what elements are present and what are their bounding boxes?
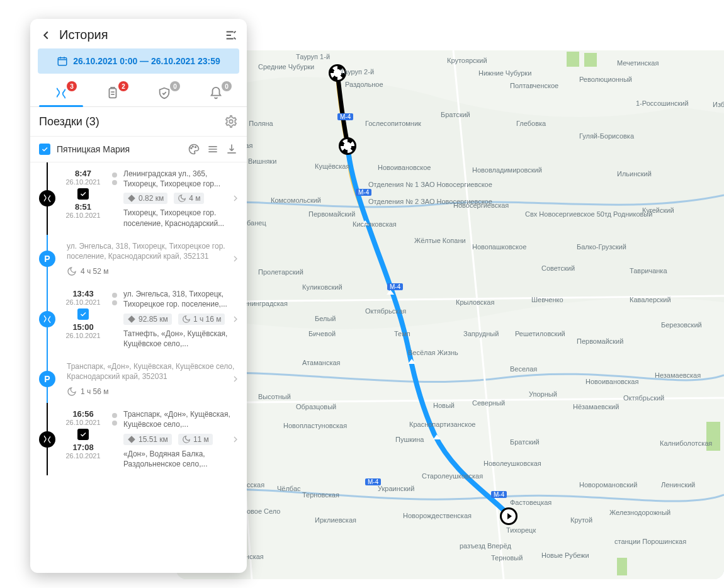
user-checkbox[interactable] [39, 144, 50, 155]
svg-rect-4 [617, 558, 627, 575]
tabs: 3 2 0 0 [30, 80, 247, 107]
download-icon [225, 143, 238, 155]
trip-checkbox[interactable] [77, 188, 89, 200]
history-panel: История 26.10.2021 0:00 — 26.10.2021 23:… [30, 19, 247, 573]
trip-end-time: 17:08 [60, 443, 106, 452]
tab-reports[interactable]: 2 [87, 80, 139, 106]
route-icon [42, 193, 52, 203]
gear-icon [224, 115, 238, 128]
section-head: Поездки (3) [30, 107, 247, 137]
svg-point-11 [229, 120, 233, 123]
trip-start-time: 13:43 [60, 289, 106, 298]
trip-distance: 0.82 км [123, 193, 167, 204]
trip-checkbox[interactable] [77, 429, 89, 440]
list-icon [206, 143, 219, 155]
map-marker-start[interactable] [500, 507, 518, 525]
download-button[interactable] [225, 143, 238, 155]
stop-item[interactable]: P ул. Энгельса, 318, Тихорецк, Тихорецко… [30, 235, 247, 283]
parking-node-icon: P [39, 251, 55, 267]
check-icon [41, 145, 48, 153]
clipboard-icon [106, 86, 120, 100]
trip-end-date: 26.10.2021 [60, 452, 106, 460]
check-icon [79, 310, 87, 318]
trip-start-time: 16:56 [60, 409, 106, 419]
map-marker-end-2[interactable] [339, 137, 356, 155]
trip-node-icon [39, 431, 55, 448]
trip-end-addr: Татнефть, «Дон», Кущёвская, Кущёвское се… [123, 329, 239, 349]
trip-start-addr: Ленинградская ул., 365, Тихорецк, Тихоре… [123, 169, 239, 189]
trip-end-time: 15:00 [60, 322, 106, 332]
tab-violations[interactable]: 0 [139, 80, 190, 106]
chevron-right-icon [230, 434, 240, 444]
trip-duration: 4 м [174, 193, 204, 204]
user-name: Пятницкая Мария [57, 144, 181, 154]
palette-button[interactable] [188, 143, 200, 155]
route-icon [42, 314, 52, 324]
trip-dots [111, 169, 118, 186]
filter-button[interactable] [224, 28, 238, 42]
map-marker-end-1[interactable] [329, 64, 346, 82]
chevron-right-icon [230, 374, 240, 384]
back-button[interactable] [39, 28, 53, 42]
svg-point-14 [195, 147, 196, 148]
trip-checkbox[interactable] [77, 308, 89, 320]
panel-header: История [30, 19, 247, 48]
svg-point-12 [191, 148, 192, 149]
trip-duration: 11 м [178, 434, 213, 445]
trip-item[interactable]: 8:47 26.10.2021 8:51 26.10.2021 Ленингра… [30, 162, 247, 235]
trip-item[interactable]: 13:43 26.10.2021 15:00 26.10.2021 ул. Эн… [30, 283, 247, 355]
svg-rect-10 [110, 89, 116, 98]
trip-start-addr: Транспарк, «Дон», Кущёвская, Кущёвское с… [123, 409, 239, 429]
stop-item[interactable]: P Транспарк, «Дон», Кущёвская, Кущёвское… [30, 355, 247, 403]
moon-icon [67, 387, 77, 397]
calendar-icon [57, 55, 68, 67]
chevron-right-icon [230, 254, 240, 264]
trip-start-time-col: 8:47 26.10.2021 8:51 26.10.2021 [60, 169, 106, 219]
settings-button[interactable] [224, 115, 238, 128]
trip-end-addr: «Дон», Водяная Балка, Раздольненское сел… [123, 449, 239, 469]
trip-end-date: 26.10.2021 [60, 332, 106, 339]
trip-start-time: 8:47 [60, 169, 106, 178]
trip-item[interactable]: 16:56 26.10.2021 17:08 26.10.2021 Трансп… [30, 403, 247, 475]
bell-icon [209, 86, 223, 100]
tab-reports-badge: 2 [118, 81, 128, 91]
moon-icon [182, 435, 191, 444]
trip-distance: 15.51 км [123, 434, 172, 445]
svg-rect-3 [706, 422, 720, 451]
shield-icon [157, 86, 171, 100]
section-title: Поездки (3) [39, 115, 224, 128]
map-area[interactable]: КрасныйСредние ЧубуркиТауруп 1-йТауруп 2… [176, 50, 724, 579]
tab-alerts-badge: 0 [222, 81, 232, 91]
trip-list[interactable]: 8:47 26.10.2021 8:51 26.10.2021 Ленингра… [30, 162, 247, 573]
direction-icon [127, 194, 136, 203]
check-icon [79, 190, 87, 198]
check-icon [79, 431, 87, 438]
moon-icon [178, 194, 186, 203]
tab-trips[interactable]: 3 [35, 80, 87, 106]
trip-end-addr: Тихорецк, Тихорецкое гор. поселение, Кра… [123, 208, 239, 228]
tab-trips-badge: 3 [67, 81, 77, 91]
user-row: Пятницкая Мария [30, 137, 247, 162]
list-button[interactable] [206, 143, 219, 155]
palette-icon [188, 143, 200, 155]
svg-rect-9 [58, 58, 67, 65]
trip-start-addr: ул. Энгельса, 318, Тихорецк, Тихорецкое … [123, 289, 239, 309]
stop-addr: ул. Энгельса, 318, Тихорецк, Тихорецкое … [67, 241, 239, 261]
trip-distance: 92.85 км [123, 314, 172, 325]
svg-point-13 [193, 146, 194, 147]
direction-icon [127, 435, 136, 444]
trip-start-time-col: 16:56 26.10.2021 17:08 26.10.2021 [60, 409, 106, 460]
tab-alerts[interactable]: 0 [190, 80, 242, 106]
direction-icon [127, 315, 136, 324]
trip-end-date: 26.10.2021 [60, 212, 106, 219]
trip-duration: 1 ч 16 м [178, 314, 225, 325]
trip-start-date: 26.10.2021 [60, 298, 106, 306]
svg-rect-2 [584, 53, 597, 67]
stop-duration: 1 ч 56 м [67, 387, 239, 397]
panel-title: История [59, 28, 224, 42]
trip-start-date: 26.10.2021 [60, 419, 106, 426]
route-icon [42, 434, 52, 444]
trip-dots [111, 289, 118, 307]
trip-dots [111, 409, 118, 427]
date-range-button[interactable]: 26.10.2021 0:00 — 26.10.2021 23:59 [38, 48, 239, 74]
